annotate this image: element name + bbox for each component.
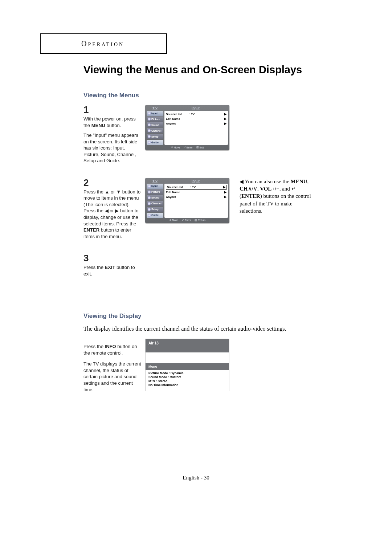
osd1-side-setup: Setup: [147, 134, 163, 139]
osd1-hdr-left: T V: [147, 106, 163, 110]
s3-exit: EXIT: [105, 265, 115, 270]
chevron-down-icon: ∨: [253, 185, 257, 192]
step1-text-2: The "Input" menu appears on the screen. …: [83, 132, 142, 164]
osd2-row1-label: Source List: [167, 185, 190, 189]
osd-screenshot-1: T V Input Input Picture Sound Channel Se…: [145, 105, 229, 150]
osd2-side-input: Input: [147, 184, 163, 189]
osd2-side-picture: Picture: [147, 189, 163, 195]
osd1-side-input: Input: [147, 111, 163, 116]
osd1-row1-label: Source List: [166, 113, 189, 116]
chevron-right-icon: ▶: [223, 185, 225, 189]
osd2-hdr-left: T V: [147, 179, 163, 183]
tip-menu: MENU: [291, 179, 307, 184]
osd2-row3-label: Anynet: [166, 195, 189, 199]
page-title: Viewing the Menus and On-Screen Displays: [83, 64, 352, 76]
info-line-1: Picture Mode : Dynamic: [148, 371, 226, 375]
up-triangle-icon: ▲: [105, 189, 110, 195]
right-triangle-icon: ▶: [115, 208, 119, 213]
il-a: Press the: [83, 344, 105, 349]
chevron-right-icon: ▶: [224, 122, 226, 125]
section-tab: Operation: [40, 33, 167, 54]
tip-ch: CH: [240, 186, 248, 192]
tip-b: ,: [307, 179, 309, 184]
tip-enter: ENTER: [241, 193, 260, 199]
osd1-side-picture: Picture: [147, 117, 163, 122]
osd2-side-setup: Setup: [147, 207, 163, 212]
chevron-up-icon: ∧: [248, 185, 252, 192]
step1-text-c: button.: [105, 123, 121, 128]
tip-d: , and: [279, 186, 291, 192]
osd1-footer-enter: ↵ Enter: [184, 146, 193, 149]
step-3-text: 3 Press the EXIT button to exit.: [83, 253, 142, 281]
step-1-text: 1 With the power on, press the MENU butt…: [83, 105, 142, 168]
step1-menu-word: MENU: [91, 123, 105, 128]
info-line-4: No Time Information: [148, 383, 226, 387]
info-audio: Mono: [146, 363, 229, 370]
osd2-hdr-right: Input: [163, 179, 228, 183]
info-lines: Picture Mode : Dynamic Sound Mode : Cust…: [146, 370, 229, 391]
osd2-footer-return: ▥ Return: [195, 219, 205, 222]
osd2-side-channel: Channel: [147, 201, 163, 206]
chevron-right-icon: ▶: [224, 191, 226, 194]
page-footer: English - 30: [0, 475, 392, 481]
osd1-side-channel: Channel: [147, 128, 163, 133]
osd1-footer-move: ⇕ Move: [171, 146, 180, 149]
il-info: INFO: [105, 344, 116, 349]
step-number-2: 2: [83, 178, 142, 187]
il-d: The TV displays the current channel, the…: [83, 361, 142, 393]
display-intro-text: The display identifies the current chann…: [83, 326, 352, 332]
osd1-side-guide: Guide: [147, 140, 163, 145]
left-triangle-icon: ◀: [105, 208, 109, 213]
down-triangle-icon: ▼: [116, 189, 121, 195]
chevron-right-icon: ▶: [224, 113, 226, 116]
chevron-right-icon: ▶: [224, 117, 226, 121]
s2-enter: ENTER: [83, 227, 99, 233]
subheading-viewing-display: Viewing the Display: [83, 313, 352, 320]
info-channel: Air 13: [146, 339, 229, 352]
s2a: Press the: [83, 189, 105, 195]
enter-icon: ↵: [291, 185, 296, 192]
info-line-2: Sound Mode : Custom: [148, 375, 226, 379]
osd1-row3-label: Anynet: [166, 122, 189, 125]
step-number-3: 3: [83, 253, 142, 263]
info-osd-screenshot: Air 13 Mono Picture Mode : Dynamic Sound…: [145, 339, 229, 391]
osd2-row2-label: Edit Name: [166, 191, 189, 194]
info-instruction-text: Press the INFO button on the remote cont…: [83, 339, 142, 397]
osd2-footer-enter: ↵ Enter: [182, 219, 191, 222]
osd2-side-guide: Guide: [147, 213, 163, 218]
osd2-row1-val: : TV: [190, 185, 223, 189]
info-line-3: MTS : Stereo: [148, 379, 226, 383]
osd1-hdr-right: Input: [163, 106, 228, 110]
osd1-footer-exit: ▥ Exit: [196, 146, 204, 149]
tip-side-note: ◀ You can also use the MENU, CH∧/∨, VOL+…: [240, 178, 316, 215]
chevron-right-icon: ▶: [224, 195, 226, 199]
subheading-viewing-menus: Viewing the Menus: [83, 92, 352, 99]
s2d: or: [109, 208, 115, 213]
osd-screenshot-2: T V Input Input Picture Sound Channel Se…: [145, 178, 229, 223]
tip-a: You can also use the: [245, 179, 290, 184]
step-number-1: 1: [83, 105, 142, 114]
osd2-side-sound: Sound: [147, 195, 163, 200]
osd1-row2-label: Edit Name: [166, 117, 189, 121]
step-2-text: 2 Press the ▲ or ▼ button to move to ite…: [83, 178, 142, 243]
s3a: Press the: [83, 265, 105, 270]
s2b: or: [109, 189, 116, 195]
tip-vol: VOL+/−: [260, 186, 279, 192]
osd2-footer-move: ⇕ Move: [169, 219, 178, 222]
osd1-row1-val: : TV: [189, 113, 224, 116]
left-triangle-icon: ◀: [240, 179, 244, 184]
osd1-side-sound: Sound: [147, 122, 163, 127]
